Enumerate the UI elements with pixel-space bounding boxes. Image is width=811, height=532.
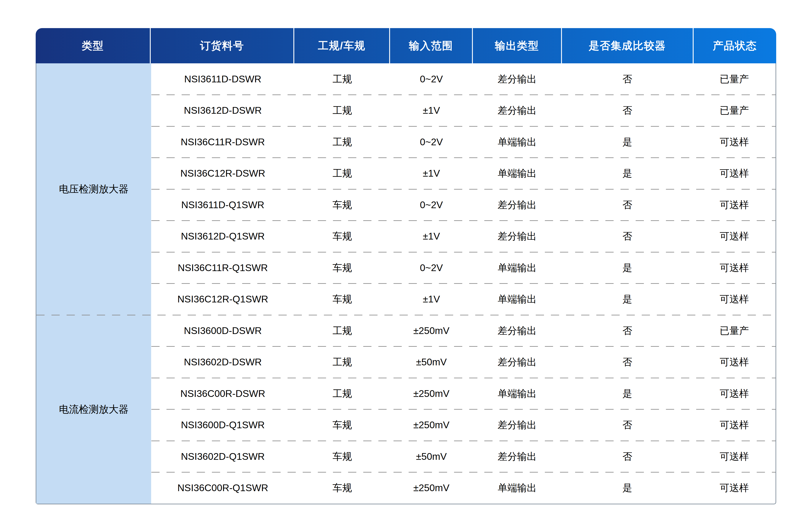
- column-header-input_range: 输入范围: [390, 28, 473, 63]
- cell-comparator: 否: [562, 63, 693, 95]
- cell-output_type: 差分输出: [473, 189, 562, 221]
- cell-part: NSI3611D-Q1SWR: [151, 189, 294, 221]
- cell-input_range: ±1V: [390, 221, 473, 252]
- cell-part: NSI3602D-Q1SWR: [151, 441, 294, 472]
- cell-part: NSI3600D-DSWR: [151, 315, 294, 347]
- cell-input_range: 0~2V: [390, 63, 473, 95]
- column-header-status: 产品状态: [693, 28, 776, 63]
- cell-part: NSI36C11R-DSWR: [151, 126, 294, 158]
- cell-output_type: 差分输出: [473, 221, 562, 252]
- cell-input_range: 0~2V: [390, 126, 473, 158]
- cell-comparator: 是: [562, 158, 693, 189]
- type-group-cell: 电压检测放大器: [36, 63, 151, 315]
- column-header-type: 类型: [36, 28, 151, 63]
- cell-part: NSI3602D-DSWR: [151, 347, 294, 378]
- cell-output_type: 单端输出: [473, 472, 562, 504]
- cell-output_type: 差分输出: [473, 315, 562, 347]
- cell-input_range: ±50mV: [390, 347, 473, 378]
- cell-output_type: 单端输出: [473, 126, 562, 158]
- column-header-output_type: 输出类型: [473, 28, 562, 63]
- cell-input_range: ±1V: [390, 95, 473, 126]
- cell-grade: 车规: [294, 284, 390, 315]
- cell-grade: 工规: [294, 315, 390, 347]
- cell-grade: 车规: [294, 441, 390, 472]
- cell-output_type: 单端输出: [473, 252, 562, 284]
- cell-input_range: ±1V: [390, 284, 473, 315]
- cell-output_type: 单端输出: [473, 378, 562, 409]
- cell-grade: 工规: [294, 347, 390, 378]
- cell-status: 可送样: [693, 409, 776, 441]
- cell-status: 已量产: [693, 315, 776, 347]
- cell-output_type: 差分输出: [473, 63, 562, 95]
- cell-input_range: ±250mV: [390, 472, 473, 504]
- cell-status: 可送样: [693, 221, 776, 252]
- cell-status: 可送样: [693, 252, 776, 284]
- cell-status: 可送样: [693, 284, 776, 315]
- cell-part: NSI36C00R-DSWR: [151, 378, 294, 409]
- cell-input_range: 0~2V: [390, 252, 473, 284]
- cell-grade: 车规: [294, 472, 390, 504]
- cell-output_type: 差分输出: [473, 441, 562, 472]
- cell-grade: 工规: [294, 95, 390, 126]
- cell-output_type: 差分输出: [473, 95, 562, 126]
- cell-grade: 车规: [294, 252, 390, 284]
- cell-input_range: ±50mV: [390, 441, 473, 472]
- type-group-cell: 电流检测放大器: [36, 315, 151, 504]
- cell-status: 可送样: [693, 472, 776, 504]
- cell-comparator: 否: [562, 409, 693, 441]
- cell-status: 可送样: [693, 126, 776, 158]
- cell-grade: 工规: [294, 158, 390, 189]
- cell-comparator: 是: [562, 284, 693, 315]
- cell-comparator: 是: [562, 126, 693, 158]
- cell-status: 可送样: [693, 378, 776, 409]
- table-header-row: 类型订货料号工规/车规输入范围输出类型是否集成比较器产品状态: [36, 28, 776, 63]
- cell-output_type: 单端输出: [473, 158, 562, 189]
- cell-status: 可送样: [693, 189, 776, 221]
- cell-part: NSI36C12R-Q1SWR: [151, 284, 294, 315]
- cell-comparator: 否: [562, 441, 693, 472]
- cell-status: 可送样: [693, 441, 776, 472]
- cell-part: NSI3611D-DSWR: [151, 63, 294, 95]
- cell-output_type: 差分输出: [473, 347, 562, 378]
- cell-input_range: 0~2V: [390, 189, 473, 221]
- column-header-comparator: 是否集成比较器: [562, 28, 693, 63]
- table-body: 电压检测放大器NSI3611D-DSWR工规0~2V差分输出否已量产NSI361…: [36, 63, 776, 504]
- cell-part: NSI3600D-Q1SWR: [151, 409, 294, 441]
- cell-grade: 工规: [294, 63, 390, 95]
- product-table: 类型订货料号工规/车规输入范围输出类型是否集成比较器产品状态 电压检测放大器NS…: [36, 28, 776, 504]
- cell-comparator: 否: [562, 95, 693, 126]
- cell-grade: 车规: [294, 221, 390, 252]
- column-header-grade: 工规/车规: [294, 28, 390, 63]
- cell-input_range: ±250mV: [390, 378, 473, 409]
- cell-status: 已量产: [693, 63, 776, 95]
- cell-comparator: 否: [562, 189, 693, 221]
- cell-output_type: 单端输出: [473, 284, 562, 315]
- cell-status: 可送样: [693, 347, 776, 378]
- cell-part: NSI36C12R-DSWR: [151, 158, 294, 189]
- cell-part: NSI3612D-DSWR: [151, 95, 294, 126]
- cell-status: 可送样: [693, 158, 776, 189]
- cell-grade: 工规: [294, 378, 390, 409]
- cell-output_type: 差分输出: [473, 409, 562, 441]
- cell-part: NSI3612D-Q1SWR: [151, 221, 294, 252]
- column-header-part: 订货料号: [151, 28, 294, 63]
- cell-comparator: 是: [562, 472, 693, 504]
- cell-comparator: 否: [562, 347, 693, 378]
- cell-input_range: ±1V: [390, 158, 473, 189]
- cell-grade: 车规: [294, 409, 390, 441]
- cell-input_range: ±250mV: [390, 315, 473, 347]
- cell-input_range: ±250mV: [390, 409, 473, 441]
- cell-comparator: 是: [562, 252, 693, 284]
- cell-grade: 车规: [294, 189, 390, 221]
- cell-part: NSI36C00R-Q1SWR: [151, 472, 294, 504]
- cell-part: NSI36C11R-Q1SWR: [151, 252, 294, 284]
- cell-status: 已量产: [693, 95, 776, 126]
- cell-comparator: 否: [562, 315, 693, 347]
- cell-grade: 工规: [294, 126, 390, 158]
- cell-comparator: 是: [562, 378, 693, 409]
- cell-comparator: 否: [562, 221, 693, 252]
